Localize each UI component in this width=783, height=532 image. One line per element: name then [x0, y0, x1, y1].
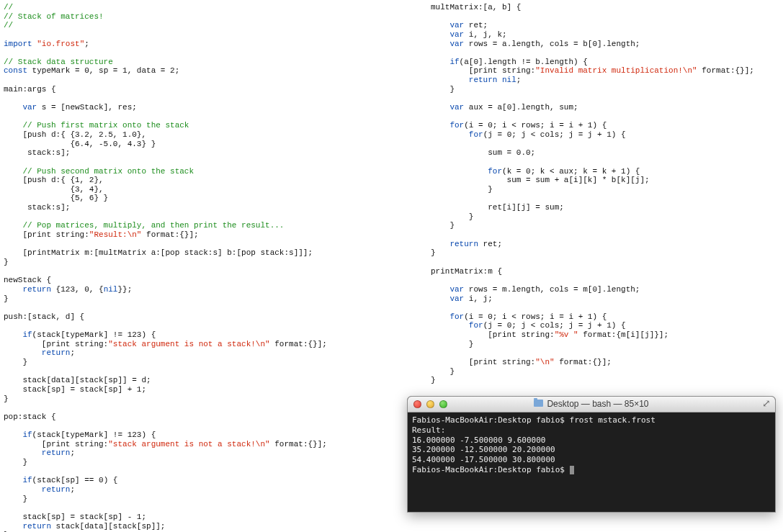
code-line: // Push first matrix onto the stack	[4, 121, 407, 130]
code-line: var ret;	[431, 21, 777, 30]
code-line: var s = [newStack], res;	[4, 103, 407, 112]
code-line	[431, 276, 777, 285]
code-line: pop:stack {	[4, 412, 407, 422]
code-line: main:args {	[4, 85, 407, 94]
terminal-body[interactable]: Fabios-MacBookAir:Desktop fabio$ frost m…	[408, 412, 775, 478]
code-line: sum = sum + a[i][k] * b[k][j];	[431, 176, 777, 185]
code-line: stack[sp] = stack[sp] - 1;	[4, 513, 407, 522]
code-line: for(k = 0; k < aux; k = k + 1) {	[431, 167, 777, 176]
code-pane-left[interactable]: //// Stack of matrices!// import "io.fro…	[4, 0, 407, 532]
code-line	[4, 321, 407, 330]
code-line	[431, 12, 777, 22]
code-line: }	[431, 185, 777, 194]
terminal-title-text: Desktop — bash — 85×10	[547, 400, 648, 410]
code-line	[4, 503, 407, 513]
code-line: // Stack data structure	[4, 58, 407, 67]
code-line: // Stack of matrices!	[4, 12, 407, 22]
terminal-line: 35.200000 -12.500000 20.200000	[412, 445, 771, 455]
code-line	[4, 421, 407, 430]
code-line: return {123, 0, {nil}};	[4, 285, 407, 294]
terminal-titlebar[interactable]: Desktop — bash — 85×10 ⤢	[408, 397, 775, 412]
code-line: //	[4, 21, 407, 30]
code-line	[4, 267, 407, 276]
code-line: [push d:{ {1, 2},	[4, 176, 407, 185]
code-line	[431, 230, 777, 240]
code-line	[431, 140, 777, 149]
code-line: if(a[0].length != b.length) {	[431, 58, 777, 67]
code-line: sum = 0.0;	[431, 148, 777, 158]
code-line: [print string:"Result:\n" format:{}];	[4, 230, 407, 240]
code-line	[4, 76, 407, 85]
code-line	[431, 258, 777, 267]
code-line	[4, 467, 407, 477]
code-line: import "io.frost";	[4, 40, 407, 49]
code-line: }	[4, 495, 407, 504]
code-line	[431, 48, 777, 58]
code-line: stack:s];	[4, 203, 407, 212]
code-line: var rows = a.length, cols = b[0].length;	[431, 40, 777, 49]
code-line	[4, 112, 407, 122]
code-line	[4, 403, 407, 412]
code-line: [print string:"%v " format:{m[i][j]}];	[431, 330, 777, 340]
code-line: }	[431, 212, 777, 222]
code-line: newStack {	[4, 276, 407, 285]
code-line: return;	[4, 485, 407, 495]
code-line: var i, j, k;	[431, 30, 777, 40]
code-line: }	[431, 367, 777, 377]
code-line: if(stack[typeMark] != 123) {	[4, 330, 407, 340]
code-line: }	[431, 340, 777, 349]
code-line: }	[431, 221, 777, 230]
code-line: [print string:"stack argument is not a s…	[4, 440, 407, 449]
code-line: for(i = 0; i < rows; i = i + 1) {	[431, 312, 777, 322]
code-line	[431, 112, 777, 122]
code-line: stack[data][stack[sp]] = d;	[4, 376, 407, 385]
terminal-line: Fabios-MacBookAir:Desktop fabio$	[412, 465, 771, 475]
code-line	[431, 348, 777, 358]
code-line: var aux = a[0].length, sum;	[431, 103, 777, 112]
code-line: // Pop matrices, multiply, and then prin…	[4, 221, 407, 230]
code-line	[4, 212, 407, 222]
code-line: if(stack[typeMark] != 123) {	[4, 430, 407, 440]
code-line: var i, j;	[431, 294, 777, 304]
code-line: }	[4, 395, 407, 404]
code-line: const typeMark = 0, sp = 1, data = 2;	[4, 66, 407, 76]
code-line	[4, 30, 407, 40]
code-line	[431, 158, 777, 167]
code-pane-right[interactable]: multMatrix:[a, b] { var ret; var i, j, k…	[431, 0, 777, 385]
code-line: var rows = m.length, cols = m[0].length;	[431, 285, 777, 294]
code-line: return;	[4, 348, 407, 358]
terminal-cursor	[570, 466, 574, 474]
terminal-line: Fabios-MacBookAir:Desktop fabio$ frost m…	[412, 415, 771, 425]
code-line: stack[sp] = stack[sp] + 1;	[4, 385, 407, 395]
code-line: }	[4, 358, 407, 367]
code-line: {3, 4},	[4, 185, 407, 194]
code-line: [printMatrix m:[multMatrix a:[pop stack:…	[4, 248, 407, 258]
code-line: }	[431, 85, 777, 94]
code-line: printMatrix:m {	[431, 267, 777, 276]
terminal-title: Desktop — bash — 85×10	[408, 400, 775, 410]
code-line: //	[4, 3, 407, 12]
code-line: // Push second matrix onto the stack	[4, 167, 407, 176]
code-line: ret[i][j] = sum;	[431, 203, 777, 212]
code-line: [print string:"Invalid matrix multiplica…	[431, 66, 777, 76]
code-line: [print string:"\n" format:{}];	[431, 358, 777, 367]
terminal-line: 16.000000 -7.500000 9.600000	[412, 436, 771, 446]
expand-icon[interactable]: ⤢	[761, 399, 771, 409]
folder-icon	[534, 400, 543, 407]
code-line	[431, 94, 777, 103]
code-line: }	[4, 258, 407, 267]
code-line	[431, 194, 777, 203]
code-line	[4, 303, 407, 312]
code-line: for(j = 0; j < cols; j = j + 1) {	[431, 130, 777, 140]
code-line: for(j = 0; j < cols; j = j + 1) {	[431, 321, 777, 330]
code-line: if(stack[sp] == 0) {	[4, 476, 407, 485]
code-line: [push d:{ {3.2, 2.5, 1.0},	[4, 130, 407, 140]
code-line: return nil;	[431, 76, 777, 85]
code-line: stack:s];	[4, 148, 407, 158]
terminal-line: 54.400000 -17.500000 30.800000	[412, 455, 771, 465]
code-line: return;	[4, 448, 407, 458]
terminal-line: Result:	[412, 425, 771, 436]
code-line	[4, 48, 407, 58]
code-line	[4, 158, 407, 167]
code-line: }	[431, 248, 777, 258]
